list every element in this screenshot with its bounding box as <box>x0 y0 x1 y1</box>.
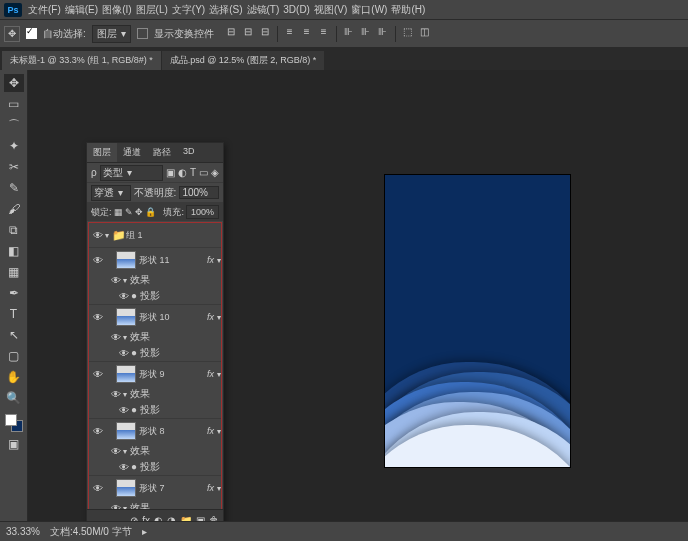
move-tool[interactable]: ✥ <box>4 74 24 92</box>
document-tab[interactable]: 成品.psd @ 12.5% (图层 2, RGB/8) * <box>162 51 326 70</box>
type-tool[interactable]: T <box>4 305 24 323</box>
fx-indicator[interactable]: fx <box>207 426 214 436</box>
zoom-level[interactable]: 33.33% <box>6 526 40 537</box>
zoom-tool[interactable]: 🔍 <box>4 389 24 407</box>
crop-tool[interactable]: ✂ <box>4 158 24 176</box>
panel-tab-paths[interactable]: 路径 <box>147 143 177 162</box>
panel-tab-3d[interactable]: 3D <box>177 143 201 162</box>
layer-thumbnail[interactable] <box>116 365 136 383</box>
distribute-icon[interactable]: ⊪ <box>376 26 390 42</box>
layer-effects[interactable]: 👁▾效果 <box>89 272 221 288</box>
fx-indicator[interactable]: fx <box>207 483 214 493</box>
quickmask-tool[interactable]: ▣ <box>4 435 24 453</box>
layer-thumbnail[interactable] <box>116 308 136 326</box>
layer-effect-shadow[interactable]: 👁● 投影 <box>89 402 221 418</box>
layer-thumbnail[interactable] <box>116 251 136 269</box>
layer-row[interactable]: 👁形状 7fx▾ <box>89 476 221 500</box>
menu-view[interactable]: 视图(V) <box>314 3 347 17</box>
align-icon[interactable]: ⊟ <box>241 26 255 42</box>
menu-file[interactable]: 文件(F) <box>28 3 61 17</box>
canvas-area[interactable]: 图层 通道 路径 3D ρ 类型▾ ▣◐T▭◈ 穿透▾ 不透明度: 100% 锁… <box>28 70 688 521</box>
layer-name[interactable]: 形状 10 <box>139 311 207 324</box>
menu-filter[interactable]: 滤镜(T) <box>247 3 280 17</box>
path-tool[interactable]: ↖ <box>4 326 24 344</box>
transform-checkbox[interactable] <box>137 28 148 39</box>
visibility-icon[interactable]: 👁 <box>117 291 131 302</box>
lock-icon[interactable]: ✎ <box>125 207 133 217</box>
align-icon[interactable]: ⊟ <box>224 26 238 42</box>
mode-3d-icon[interactable]: ⬚ <box>401 26 415 42</box>
stamp-tool[interactable]: ⧉ <box>4 221 24 239</box>
auto-select-target[interactable]: 图层▾ <box>92 25 131 43</box>
visibility-icon[interactable]: 👁 <box>109 332 123 343</box>
visibility-icon[interactable]: 👁 <box>109 389 123 400</box>
layer-name[interactable]: 形状 7 <box>139 482 207 495</box>
shape-tool[interactable]: ▢ <box>4 347 24 365</box>
menu-select[interactable]: 选择(S) <box>209 3 242 17</box>
distribute-icon[interactable]: ⊪ <box>342 26 356 42</box>
wand-tool[interactable]: ✦ <box>4 137 24 155</box>
menu-edit[interactable]: 编辑(E) <box>65 3 98 17</box>
lock-icon[interactable]: ✥ <box>135 207 143 217</box>
align-icon[interactable]: ⊟ <box>258 26 272 42</box>
move-tool-icon[interactable]: ✥ <box>4 26 20 42</box>
visibility-icon[interactable]: 👁 <box>117 405 131 416</box>
filter-icon[interactable]: ◐ <box>178 167 187 178</box>
layer-effects[interactable]: 👁▾效果 <box>89 386 221 402</box>
fx-indicator[interactable]: fx <box>207 369 214 379</box>
filter-icon[interactable]: ▣ <box>166 167 175 178</box>
layer-thumbnail[interactable] <box>116 479 136 497</box>
layer-effect-shadow[interactable]: 👁● 投影 <box>89 345 221 361</box>
layer-effects[interactable]: 👁▾效果 <box>89 329 221 345</box>
fill-input[interactable]: 100% <box>186 205 219 219</box>
menu-help[interactable]: 帮助(H) <box>391 3 425 17</box>
layer-row[interactable]: 👁形状 11fx▾ <box>89 248 221 272</box>
hand-tool[interactable]: ✋ <box>4 368 24 386</box>
visibility-icon[interactable]: 👁 <box>91 255 105 266</box>
menu-layer[interactable]: 图层(L) <box>136 3 168 17</box>
menu-3d[interactable]: 3D(D) <box>283 4 310 15</box>
filter-icon[interactable]: ▭ <box>199 167 208 178</box>
visibility-icon[interactable]: 👁 <box>91 312 105 323</box>
filter-icon[interactable]: ◈ <box>211 167 219 178</box>
marquee-tool[interactable]: ▭ <box>4 95 24 113</box>
panel-tab-layers[interactable]: 图层 <box>87 143 117 162</box>
layer-effect-shadow[interactable]: 👁● 投影 <box>89 459 221 475</box>
layer-effect-shadow[interactable]: 👁● 投影 <box>89 288 221 304</box>
document-tab[interactable]: 未标题-1 @ 33.3% (组 1, RGB/8#) * <box>2 51 162 70</box>
brush-tool[interactable]: 🖌 <box>4 200 24 218</box>
menu-type[interactable]: 文字(Y) <box>172 3 205 17</box>
visibility-icon[interactable]: 👁 <box>117 348 131 359</box>
visibility-icon[interactable]: 👁 <box>91 369 105 380</box>
color-swatch[interactable] <box>5 414 23 432</box>
layer-effects[interactable]: 👁▾效果 <box>89 443 221 459</box>
align-icon[interactable]: ≡ <box>317 26 331 42</box>
fx-indicator[interactable]: fx <box>207 255 214 265</box>
visibility-icon[interactable]: 👁 <box>91 230 105 241</box>
menu-window[interactable]: 窗口(W) <box>351 3 387 17</box>
layer-row[interactable]: 👁形状 9fx▾ <box>89 362 221 386</box>
lasso-tool[interactable]: ⌒ <box>4 116 24 134</box>
eyedropper-tool[interactable]: ✎ <box>4 179 24 197</box>
visibility-icon[interactable]: 👁 <box>91 426 105 437</box>
align-icon[interactable]: ≡ <box>300 26 314 42</box>
layer-thumbnail[interactable] <box>116 422 136 440</box>
panel-tab-channels[interactable]: 通道 <box>117 143 147 162</box>
visibility-icon[interactable]: 👁 <box>109 275 123 286</box>
menu-image[interactable]: 图像(I) <box>102 3 131 17</box>
pen-tool[interactable]: ✒ <box>4 284 24 302</box>
visibility-icon[interactable]: 👁 <box>91 483 105 494</box>
fx-indicator[interactable]: fx <box>207 312 214 322</box>
auto-select-checkbox[interactable] <box>26 28 37 39</box>
blend-mode-select[interactable]: 穿透▾ <box>91 185 131 201</box>
opacity-input[interactable]: 100% <box>179 186 219 199</box>
filter-icon[interactable]: T <box>190 167 196 178</box>
layer-group[interactable]: 👁 ▾📁 组 1 <box>89 223 221 247</box>
lock-icon[interactable]: ▦ <box>114 207 123 217</box>
layer-row[interactable]: 👁形状 10fx▾ <box>89 305 221 329</box>
eraser-tool[interactable]: ◧ <box>4 242 24 260</box>
distribute-icon[interactable]: ⊪ <box>359 26 373 42</box>
lock-icon[interactable]: 🔒 <box>145 207 156 217</box>
visibility-icon[interactable]: 👁 <box>117 462 131 473</box>
doc-info[interactable]: 文档:4.50M/0 字节 <box>50 525 132 539</box>
